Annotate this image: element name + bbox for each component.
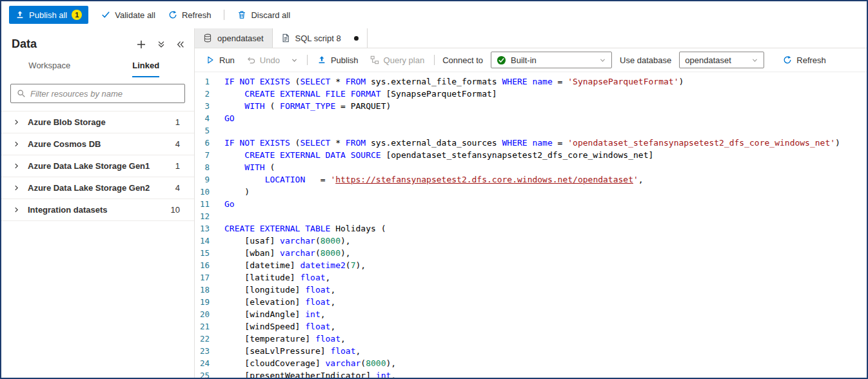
code-line[interactable]: 23 [seaLvlPressure] float, — [195, 345, 867, 357]
toolbar-divider — [307, 55, 308, 65]
code-line[interactable]: 14 [usaf] varchar(8000), — [195, 235, 867, 247]
tree-item-adls-gen2[interactable]: Azure Data Lake Storage Gen2 4 — [1, 177, 194, 199]
publish-count-badge: 1 — [72, 10, 82, 20]
line-number: 13 — [195, 222, 224, 235]
chevron-down-icon — [599, 57, 606, 64]
code-line[interactable]: 18 [longitude] float, — [195, 284, 867, 296]
code-line[interactable]: 6IF NOT EXISTS (SELECT * FROM sys.extern… — [195, 137, 867, 149]
code-line[interactable]: 19 [elevation] float, — [195, 296, 867, 308]
undo-dropdown-chevron-icon[interactable] — [290, 57, 299, 64]
line-number: 19 — [195, 296, 224, 308]
code-line[interactable]: 5 — [195, 124, 867, 137]
code-text: [elevation] float, — [224, 296, 335, 308]
tree-item-azure-cosmos-db[interactable]: Azure Cosmos DB 4 — [1, 133, 194, 155]
line-number: 24 — [195, 357, 224, 369]
chevron-right-icon[interactable] — [13, 206, 20, 213]
line-number: 16 — [195, 259, 224, 271]
code-line[interactable]: 15 [wban] varchar(8000), — [195, 247, 867, 259]
add-resource-icon[interactable] — [136, 39, 146, 50]
tree-item-count: 4 — [175, 139, 180, 149]
code-line[interactable]: 22 [temperature] float, — [195, 333, 867, 345]
discard-all-button[interactable]: Discard all — [237, 6, 290, 24]
publish-icon — [15, 10, 25, 19]
chevron-right-icon[interactable] — [13, 162, 20, 170]
tab-sql-script-label: SQL script 8 — [295, 34, 341, 43]
connect-to-dropdown[interactable]: Built-in — [491, 52, 612, 68]
tab-linked[interactable]: Linked — [98, 55, 195, 77]
tab-workspace[interactable]: Workspace — [1, 55, 98, 77]
line-number: 6 — [195, 137, 224, 149]
publish-all-label: Publish all — [29, 10, 67, 20]
query-plan-button[interactable]: Query plan — [368, 52, 427, 68]
code-line[interactable]: 10 ) — [195, 186, 867, 198]
chevron-right-icon[interactable] — [13, 184, 20, 191]
run-button[interactable]: Run — [204, 52, 237, 68]
use-database-dropdown[interactable]: opendataset — [679, 52, 764, 68]
tab-opendataset-label: opendataset — [217, 34, 264, 43]
code-line[interactable]: 24 [cloudCoverage] varchar(8000), — [195, 357, 867, 369]
tab-sql-script-8[interactable]: SQL script 8 — [273, 28, 368, 48]
code-line[interactable]: 11Go — [195, 198, 867, 210]
tab-opendataset[interactable]: opendataset — [195, 28, 273, 48]
code-line[interactable]: 7 CREATE EXTERNAL DATA SOURCE [opendatas… — [195, 149, 867, 161]
code-line[interactable]: 9 LOCATION = 'https://stefansynapsetest2… — [195, 173, 867, 186]
line-number: 11 — [195, 198, 224, 210]
publish-all-button[interactable]: Publish all 1 — [9, 6, 88, 24]
code-line[interactable]: 25 [presentWeatherIndicator] int, — [195, 369, 867, 378]
code-line[interactable]: 13CREATE EXTERNAL TABLE Holidays ( — [195, 222, 867, 235]
tree-item-label: Azure Blob Storage — [28, 117, 175, 127]
filter-resources-input[interactable] — [30, 89, 179, 99]
search-icon — [17, 89, 26, 98]
collapse-all-icon[interactable] — [157, 40, 166, 49]
code-text: [cloudCoverage] varchar(8000), — [224, 357, 396, 369]
tree-item-azure-blob-storage[interactable]: Azure Blob Storage 1 — [1, 112, 194, 133]
line-number: 4 — [195, 112, 224, 124]
run-label: Run — [219, 55, 235, 65]
code-line[interactable]: 2 CREATE EXTERNAL FILE FORMAT [SynapsePa… — [195, 88, 867, 100]
code-line[interactable]: 17 [latitude] float, — [195, 271, 867, 284]
tree-item-label: Azure Cosmos DB — [28, 139, 175, 149]
tree-item-count: 4 — [175, 183, 180, 193]
refresh-label: Refresh — [182, 10, 212, 20]
discard-all-label: Discard all — [251, 10, 290, 20]
publish-button[interactable]: Publish — [315, 52, 360, 68]
code-line[interactable]: 4GO — [195, 112, 867, 124]
chevron-right-icon[interactable] — [13, 141, 20, 148]
publish-label: Publish — [331, 55, 359, 65]
data-sidebar: Data Workspace — [1, 28, 195, 378]
use-database-value: opendataset — [685, 55, 747, 65]
tree-item-count: 1 — [175, 161, 180, 171]
code-text: Go — [224, 198, 235, 210]
editor-tabstrip: opendataset SQL script 8 — [195, 28, 867, 48]
code-line[interactable]: 20 [windAngle] int, — [195, 308, 867, 320]
toolbar-divider — [434, 55, 435, 65]
line-number: 25 — [195, 369, 224, 378]
synapse-studio-window: Publish all 1 Validate all Refresh Disca… — [0, 0, 868, 379]
code-text: [seaLvlPressure] float, — [224, 345, 360, 357]
collapse-pane-icon[interactable] — [176, 40, 185, 49]
trash-icon — [237, 10, 246, 19]
refresh-button[interactable]: Refresh — [168, 6, 212, 24]
publish-icon — [317, 55, 326, 64]
tab-workspace-label: Workspace — [28, 61, 70, 77]
code-line[interactable]: 21 [windSpeed] float, — [195, 320, 867, 333]
validate-all-label: Validate all — [115, 10, 155, 20]
code-line[interactable]: 12 — [195, 210, 867, 222]
code-line[interactable]: 8 WITH ( — [195, 161, 867, 173]
sidebar-title: Data — [12, 37, 136, 51]
validate-all-button[interactable]: Validate all — [101, 6, 155, 24]
sidebar-tabs: Workspace Linked — [1, 55, 194, 77]
refresh-icon — [168, 10, 177, 19]
code-text: IF NOT EXISTS (SELECT * FROM sys.externa… — [224, 75, 684, 88]
undo-button[interactable]: Undo — [244, 52, 282, 68]
query-plan-label: Query plan — [384, 55, 425, 65]
editor-refresh-button[interactable]: Refresh — [781, 52, 828, 68]
code-line[interactable]: 16 [datetime] datetime2(7), — [195, 259, 867, 271]
main-area: opendataset SQL script 8 Run — [195, 28, 867, 378]
code-line[interactable]: 3 WITH ( FORMAT_TYPE = PARQUET) — [195, 100, 867, 112]
tree-item-integration-datasets[interactable]: Integration datasets 10 — [1, 199, 194, 221]
sql-code-editor[interactable]: 1IF NOT EXISTS (SELECT * FROM sys.extern… — [195, 72, 867, 378]
tree-item-adls-gen1[interactable]: Azure Data Lake Storage Gen1 1 — [1, 155, 194, 177]
chevron-right-icon[interactable] — [13, 119, 20, 126]
code-line[interactable]: 1IF NOT EXISTS (SELECT * FROM sys.extern… — [195, 75, 867, 88]
